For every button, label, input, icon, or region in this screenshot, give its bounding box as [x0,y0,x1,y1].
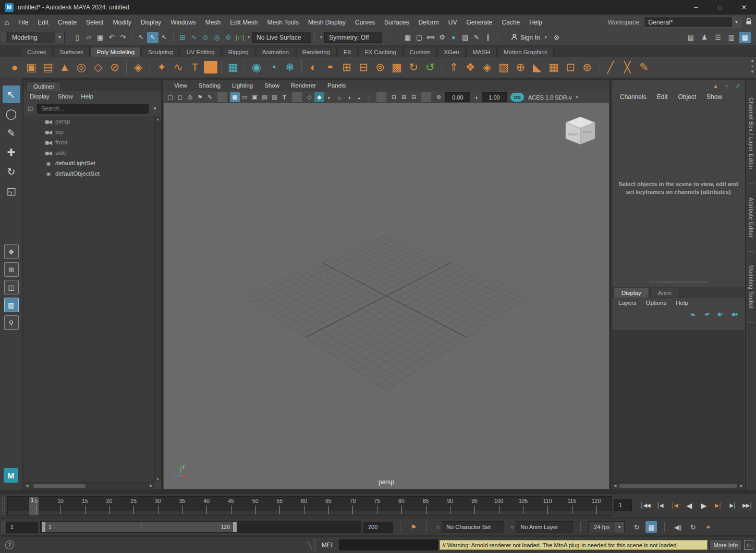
circularize-icon[interactable]: ⊕ [513,59,528,75]
menu-item[interactable]: Deform [413,15,443,30]
layer-editor-tab[interactable]: Display [614,288,649,298]
exposure-icon[interactable]: ⊛ [434,92,444,102]
extrude-icon[interactable]: ⇑ [446,59,461,75]
grease-pencil-icon[interactable]: ✎ [205,92,215,102]
menu-item[interactable]: Generate [461,15,497,30]
anim-layer-select[interactable]: No Anim Layer [516,521,573,533]
chevron-down-icon[interactable]: ▼ [151,106,159,111]
isolate-select-icon[interactable]: ⊡ [389,92,399,102]
color-gamut-icon[interactable]: ▲ [711,82,720,91]
animation-start-field[interactable]: 1 [6,522,38,533]
field-chart-icon[interactable]: ▥ [270,92,279,102]
film-gate-icon[interactable]: ▭ [240,92,250,102]
bookmark-add-icon[interactable]: ⚑ [408,521,419,533]
outliner-menu-item[interactable]: Display [26,91,54,102]
chevron-down-icon[interactable]: ▾ [318,35,324,40]
save-scene-icon[interactable]: ▣ [94,32,106,43]
scroll-down-icon[interactable]: ▼ [750,69,754,74]
attribute-editor-icon[interactable]: ▥ [726,32,737,43]
poly-torus-icon[interactable]: ◎ [74,59,89,75]
shaded-icon[interactable]: ◆ [314,92,324,102]
sidebar-tab[interactable]: Modeling Toolkit [748,265,754,309]
snap-point-icon[interactable]: ⊙ [200,32,211,43]
search-input[interactable]: Search... [37,104,149,114]
redo-icon[interactable]: ↷ [117,32,129,43]
combine-icon[interactable]: ◐ [306,59,321,75]
workspace-select[interactable]: General* ▼ [644,17,741,28]
multi-cut-icon[interactable]: ╳ [619,59,635,75]
evaluation-mode-icon[interactable]: ✦ [702,521,714,533]
layer-hscrollbar[interactable]: ◀▶ [612,482,745,489]
select-hierarchy-icon[interactable]: ↖ [136,32,147,43]
menu-item[interactable]: Modify [108,15,136,30]
shelf-tab[interactable]: Custom [404,47,437,57]
paint-select-tool-icon[interactable]: ✎ [3,124,20,142]
help-icon[interactable]: ? [5,540,14,549]
toolbar-grip[interactable] [1,32,5,43]
resolution-gate-icon[interactable]: ▣ [250,92,260,102]
outliner-menu-item[interactable]: Show [54,91,77,102]
separator[interactable] [245,60,245,74]
script-editor-icon[interactable]: {;} [744,540,753,550]
fill-hole-icon[interactable]: ▩ [389,59,405,75]
command-input[interactable] [339,539,438,550]
move-tool-icon[interactable]: ✚ [3,143,20,161]
transform-component-icon[interactable]: ⊡ [563,59,578,75]
poly-helix-icon[interactable]: ∿ [170,59,186,75]
viewport-camera-icon[interactable]: ▢ [165,92,175,102]
outliner-item[interactable]: ◼◀ persp [24,116,154,127]
snap-projected-center-icon[interactable]: ◎ [211,32,223,43]
use-all-lights-icon[interactable]: ☼ [334,92,344,102]
camera-lock-icon[interactable]: ◻ [175,92,185,102]
layout-four-view-icon[interactable]: ❖ [4,244,19,259]
motion-blur-icon[interactable]: ◌ [364,92,374,102]
render-view-icon[interactable]: ▦ [402,32,413,43]
separator[interactable] [301,60,302,74]
filter-icon[interactable]: ⊡ [26,105,35,113]
layer-move-down-icon[interactable]: ◂▾ [701,309,712,318]
separator[interactable] [599,60,599,74]
parent-icon[interactable]: ⊞ [339,59,355,75]
workspace-panels-icon[interactable]: ▦ [739,32,751,43]
step-back-frame-button[interactable]: │◀ [653,498,667,512]
shelf-tab[interactable]: Animation [256,47,295,57]
sidebar-tab[interactable]: Attribute Editor [748,198,754,238]
poly-type-icon[interactable]: T [187,59,203,75]
separator[interactable] [292,92,302,102]
play-forward-button[interactable]: ▶ [697,498,711,512]
chevron-down-icon[interactable]: ▽ [508,525,516,530]
menu-item[interactable]: Mesh Display [303,15,350,30]
channel-box-menu-item[interactable]: Edit [652,92,673,102]
go-to-end-button[interactable]: ▶▶│ [740,498,754,512]
range-start-handle[interactable] [42,522,45,532]
make-live-icon[interactable]: [∩] [234,32,246,43]
more-info-button[interactable]: More Info [710,539,742,550]
chevron-down-icon[interactable]: ▾ [246,35,252,40]
separator[interactable] [421,92,431,102]
outliner-menu-item[interactable]: Help [77,91,98,102]
snap-grid-icon[interactable]: ⊞ [177,32,188,43]
rotate-tool-icon[interactable]: ↻ [3,163,20,180]
scale-tool-icon[interactable]: ◱ [3,182,20,200]
super-shape-icon[interactable]: ✦ [154,59,169,75]
shelf-scroll[interactable]: ▲●▼ [750,58,754,74]
resize-grip-icon[interactable]: ╲ [308,541,312,549]
layer-create-icon[interactable]: ◆+ [715,309,726,318]
bookmark-icon[interactable]: ⚑ [195,92,205,102]
new-scene-icon[interactable]: ▯ [71,32,83,43]
channel-box-icon[interactable]: ☰ [712,32,724,43]
layer-editor-tab[interactable]: Anim [650,288,679,298]
symmetry-field[interactable]: Symmetry: Off [324,32,382,43]
layer-editor-menu-item[interactable]: Options [641,298,672,308]
quadrangulate-icon[interactable]: ▦ [546,59,562,75]
outliner-hscrollbar[interactable]: ◀▶ [24,482,154,489]
layout-panes-icon[interactable]: ⊞ [4,262,19,277]
gate-mask-icon[interactable]: ▤ [260,92,270,102]
playback-range-track[interactable]: 1 120 [40,521,361,533]
menu-item[interactable]: Select [81,15,108,30]
camera-attributes-icon[interactable]: ◎ [185,92,195,102]
step-back-key-button[interactable]: │◀ [667,498,681,512]
sidebar-tab[interactable]: Channel Box / Layer Editor [748,97,754,170]
timeline-ruler[interactable]: 1 51015202530354045505560657075808590951… [7,496,612,516]
outliner-item[interactable]: ◉ defaultObjectSet [24,168,154,179]
